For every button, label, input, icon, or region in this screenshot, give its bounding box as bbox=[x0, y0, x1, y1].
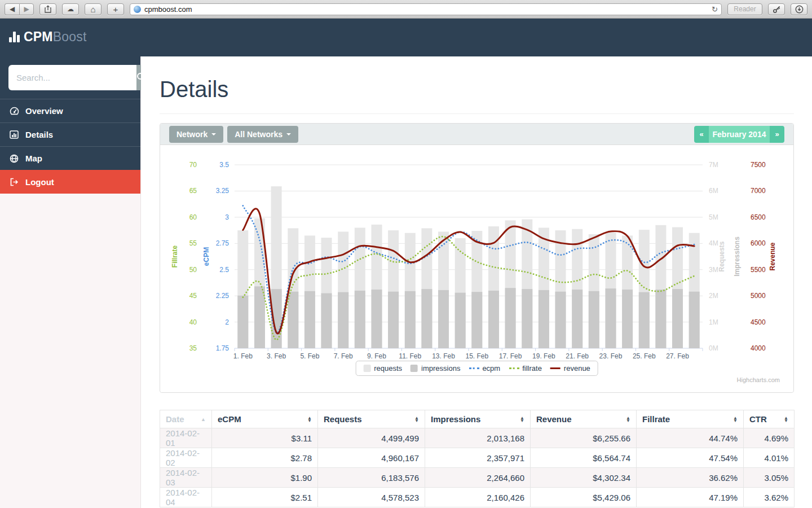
share-icon[interactable] bbox=[39, 3, 56, 15]
x-axis: 1. Feb3. Feb5. Feb7. Feb9. Feb11. Feb13.… bbox=[233, 348, 703, 360]
key-icon[interactable] bbox=[768, 3, 785, 15]
column-header-ecpm[interactable]: eCPM▲▼ bbox=[212, 410, 318, 428]
column-label: CTR bbox=[749, 414, 767, 424]
sidebar-item-label: Overview bbox=[25, 106, 63, 116]
impressions-bar bbox=[372, 290, 382, 348]
requests-tick-label: 3M bbox=[709, 266, 718, 274]
legend-item-fillrate[interactable]: fillrate bbox=[509, 364, 542, 373]
legend-item-requests[interactable]: requests bbox=[363, 364, 402, 373]
impressions-bar bbox=[405, 291, 416, 348]
table-cell: 4,578,523 bbox=[318, 488, 425, 507]
impressions-axis: Impressions bbox=[733, 237, 741, 277]
revenue-axis-title: Revenue bbox=[769, 242, 776, 270]
impressions-bar bbox=[355, 291, 365, 348]
revenue-tick-label: 7000 bbox=[751, 187, 766, 195]
chart-panel-toolbar: Network All Networks « February 2014 » bbox=[160, 124, 793, 145]
sign-out-icon bbox=[9, 178, 19, 186]
next-month-button[interactable]: » bbox=[770, 126, 784, 143]
table-cell: 47.54% bbox=[637, 448, 744, 468]
back-icon[interactable]: ◀ bbox=[5, 3, 19, 15]
impressions-bar bbox=[505, 288, 516, 348]
month-navigator: « February 2014 » bbox=[694, 126, 784, 143]
forward-icon[interactable]: ▶ bbox=[19, 3, 34, 15]
legend-swatch bbox=[469, 367, 479, 369]
table-cell: 4.69% bbox=[744, 428, 795, 448]
column-label: Fillrate bbox=[642, 414, 670, 424]
new-tab-icon[interactable]: + bbox=[107, 3, 124, 15]
impressions-bar bbox=[522, 289, 532, 348]
revenue-tick-label: 5500 bbox=[751, 266, 766, 274]
downloads-icon[interactable] bbox=[791, 3, 807, 15]
ecpm-tick-label: 3 bbox=[225, 213, 229, 221]
brand-logo[interactable]: CPMBoost bbox=[9, 29, 87, 45]
column-label: Requests bbox=[324, 414, 362, 424]
column-header-ctr[interactable]: CTR▲▼ bbox=[744, 410, 795, 428]
requests-tick-label: 1M bbox=[709, 318, 718, 326]
current-month-label[interactable]: February 2014 bbox=[709, 126, 770, 143]
legend-label: ecpm bbox=[482, 364, 500, 373]
revenue-tick-label: 5000 bbox=[751, 292, 766, 300]
x-axis-label: 21. Feb bbox=[566, 352, 589, 360]
network-dropdown[interactable]: Network bbox=[169, 126, 223, 143]
legend-label: revenue bbox=[564, 364, 590, 373]
impressions-bar bbox=[689, 292, 700, 348]
sidebar-item-map[interactable]: Map bbox=[0, 146, 140, 170]
title-divider bbox=[160, 113, 794, 114]
app-header: CPMBoost bbox=[0, 19, 812, 56]
legend-item-ecpm[interactable]: ecpm bbox=[469, 364, 500, 373]
table-cell: $4,302.34 bbox=[531, 468, 637, 488]
search-input[interactable] bbox=[8, 65, 136, 90]
prev-month-button[interactable]: « bbox=[694, 126, 709, 143]
column-header-fillrate[interactable]: Fillrate▲▼ bbox=[637, 410, 744, 428]
sidebar: Overview Details Map Logout bbox=[0, 56, 141, 508]
fillrate-tick-label: 35 bbox=[189, 344, 197, 352]
table-row: 2014-02-04$2.514,578,5232,160,426$5,429.… bbox=[160, 488, 795, 507]
all-networks-dropdown[interactable]: All Networks bbox=[227, 126, 298, 143]
column-header-impressions[interactable]: Impressions▲▼ bbox=[425, 410, 531, 428]
home-icon[interactable]: ⌂ bbox=[85, 3, 102, 15]
sidebar-item-logout[interactable]: Logout bbox=[0, 170, 140, 194]
combo-chart[interactable]: 1. Feb3. Feb5. Feb7. Feb9. Feb11. Feb13.… bbox=[160, 145, 793, 360]
legend-label: impressions bbox=[421, 364, 460, 373]
column-header-revenue[interactable]: Revenue▲▼ bbox=[531, 410, 637, 428]
impressions-bar bbox=[539, 290, 549, 348]
ecpm-axis: 1.7522.252.52.7533.253.5eCPM bbox=[202, 161, 229, 352]
sidebar-menu: Overview Details Map Logout bbox=[0, 99, 140, 194]
table-cell: $2.51 bbox=[212, 488, 318, 507]
cloud-icon[interactable]: ☁ bbox=[62, 3, 79, 15]
reload-icon[interactable]: ↻ bbox=[712, 5, 718, 14]
impressions-bar bbox=[455, 293, 466, 348]
fillrate-tick-label: 60 bbox=[189, 213, 197, 221]
x-axis-label: 9. Feb bbox=[367, 352, 386, 360]
site-favicon bbox=[134, 6, 141, 13]
legend-item-impressions[interactable]: impressions bbox=[411, 364, 460, 373]
chevron-down-icon bbox=[286, 133, 291, 135]
revenue-tick-label: 4500 bbox=[751, 318, 766, 326]
column-label: Date bbox=[166, 414, 184, 424]
impressions-bar bbox=[471, 292, 482, 348]
chevron-down-icon bbox=[211, 133, 216, 135]
table-cell: 3.62% bbox=[744, 488, 795, 507]
impressions-bar bbox=[589, 291, 599, 348]
table-cell: $1.90 bbox=[212, 468, 318, 488]
url-text: cpmboost.com bbox=[144, 5, 708, 14]
table-cell: 4.01% bbox=[744, 448, 795, 468]
column-header-requests[interactable]: Requests▲▼ bbox=[318, 410, 425, 428]
column-header-date[interactable]: Date▲ bbox=[160, 410, 212, 428]
sidebar-item-overview[interactable]: Overview bbox=[0, 99, 140, 122]
table-cell: 2,160,426 bbox=[425, 488, 531, 507]
sidebar-item-details[interactable]: Details bbox=[0, 122, 140, 146]
reader-button[interactable]: Reader bbox=[727, 3, 762, 15]
table-cell: 36.62% bbox=[637, 468, 744, 488]
impressions-bar bbox=[388, 292, 399, 348]
x-axis-label: 15. Feb bbox=[465, 352, 488, 360]
revenue-tick-label: 6500 bbox=[751, 213, 766, 221]
table-cell: 2,013,168 bbox=[425, 428, 531, 448]
requests-tick-label: 6M bbox=[709, 187, 718, 195]
table-row: 2014-02-01$3.114,499,4992,013,168$6,255.… bbox=[160, 428, 795, 448]
chart-area: 1. Feb3. Feb5. Feb7. Feb9. Feb11. Feb13.… bbox=[160, 145, 793, 392]
address-bar[interactable]: cpmboost.com ↻ bbox=[130, 3, 722, 15]
sidebar-item-label: Map bbox=[25, 154, 42, 163]
x-axis-label: 1. Feb bbox=[233, 352, 253, 360]
legend-item-revenue[interactable]: revenue bbox=[550, 364, 590, 373]
